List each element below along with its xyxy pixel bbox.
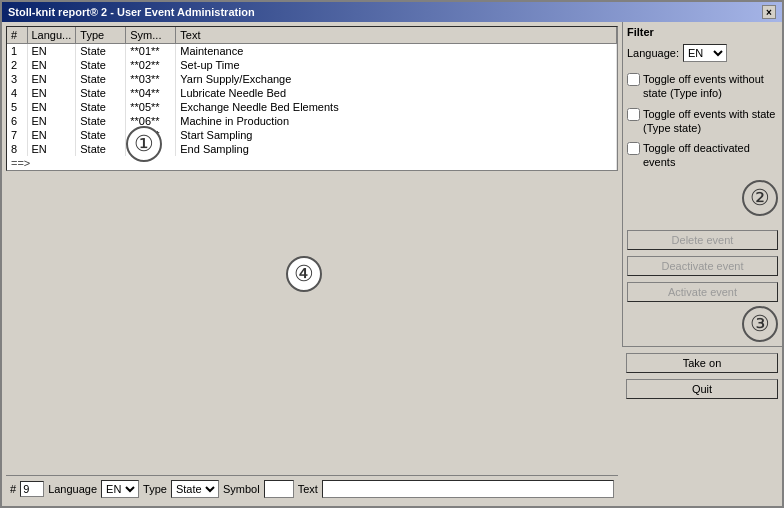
activate-event-button[interactable]: Activate event bbox=[627, 282, 778, 302]
table-cell-type: State bbox=[76, 58, 126, 72]
table-row[interactable]: 1ENState**01**Maintenance bbox=[7, 44, 617, 59]
event-table-container[interactable]: # Langu... Type Sym... Text 1ENState**01… bbox=[6, 26, 618, 171]
table-cell-type: State bbox=[76, 44, 126, 59]
table-cell-lang: EN bbox=[27, 58, 76, 72]
arrow-row: ==> bbox=[7, 156, 617, 170]
table-row[interactable]: 2ENState**02**Set-up Time bbox=[7, 58, 617, 72]
arrow-indicator: ==> bbox=[7, 156, 617, 170]
num-label: # bbox=[10, 483, 16, 495]
table-cell-type: State bbox=[76, 128, 126, 142]
num-input[interactable] bbox=[20, 481, 44, 497]
event-table: # Langu... Type Sym... Text 1ENState**01… bbox=[7, 27, 617, 170]
table-cell-symbol: **02** bbox=[126, 58, 176, 72]
table-cell-num: 3 bbox=[7, 72, 27, 86]
close-button[interactable]: × bbox=[762, 5, 776, 19]
table-cell-text: Machine in Production bbox=[176, 114, 617, 128]
toggle1-row: Toggle off events without state (Type in… bbox=[627, 72, 778, 101]
col-header-type: Type bbox=[76, 27, 126, 44]
table-cell-lang: EN bbox=[27, 86, 76, 100]
circle-2-label: ② bbox=[742, 180, 778, 216]
table-cell-num: 5 bbox=[7, 100, 27, 114]
table-row[interactable]: 5ENState**05**Exchange Needle Bed Elemen… bbox=[7, 100, 617, 114]
col-header-sym: Sym... bbox=[126, 27, 176, 44]
table-cell-symbol: **07** bbox=[126, 128, 176, 142]
table-cell-text: Lubricate Needle Bed bbox=[176, 86, 617, 100]
table-cell-text: Maintenance bbox=[176, 44, 617, 59]
filter-label: Filter bbox=[627, 26, 778, 38]
language-select-bottom[interactable]: ENDEFR bbox=[101, 480, 139, 498]
sidebar-buttons: Delete event Deactivate event Activate e… bbox=[627, 228, 778, 342]
window-title: Stoll-knit report® 2 - User Event Admini… bbox=[8, 6, 255, 18]
table-cell-symbol: **06** bbox=[126, 114, 176, 128]
table-cell-symbol: **04** bbox=[126, 86, 176, 100]
deactivate-event-button[interactable]: Deactivate event bbox=[627, 256, 778, 276]
type-select-bottom[interactable]: StateInfo bbox=[171, 480, 219, 498]
table-cell-type: State bbox=[76, 86, 126, 100]
table-cell-text: Set-up Time bbox=[176, 58, 617, 72]
language-label: Language: bbox=[627, 47, 679, 59]
toggle2-label: Toggle off events with state (Type state… bbox=[643, 107, 778, 136]
table-cell-type: State bbox=[76, 72, 126, 86]
circle-4-label: ④ bbox=[286, 256, 322, 292]
table-cell-num: 6 bbox=[7, 114, 27, 128]
table-cell-lang: EN bbox=[27, 72, 76, 86]
language-select[interactable]: ENDEFR bbox=[683, 44, 727, 62]
text-input[interactable] bbox=[322, 480, 614, 498]
table-row[interactable]: 7ENState**07**Start Sampling bbox=[7, 128, 617, 142]
table-cell-num: 1 bbox=[7, 44, 27, 59]
table-cell-text: Exchange Needle Bed Elements bbox=[176, 100, 617, 114]
table-cell-symbol: **08** bbox=[126, 142, 176, 156]
table-wrapper: # Langu... Type Sym... Text 1ENState**01… bbox=[6, 26, 618, 475]
toggle1-checkbox[interactable] bbox=[627, 73, 640, 86]
col-header-num: # bbox=[7, 27, 27, 44]
table-cell-lang: EN bbox=[27, 44, 76, 59]
toggle1-label: Toggle off events without state (Type in… bbox=[643, 72, 778, 101]
toggle3-checkbox[interactable] bbox=[627, 142, 640, 155]
language-row: Language: ENDEFR bbox=[627, 44, 778, 62]
toggle3-row: Toggle off deactivated events bbox=[627, 141, 778, 170]
col-header-text: Text bbox=[176, 27, 617, 44]
table-cell-num: 4 bbox=[7, 86, 27, 100]
table-cell-lang: EN bbox=[27, 142, 76, 156]
title-bar: Stoll-knit report® 2 - User Event Admini… bbox=[2, 2, 782, 22]
symbol-input[interactable] bbox=[264, 480, 294, 498]
table-cell-lang: EN bbox=[27, 114, 76, 128]
table-cell-symbol: **03** bbox=[126, 72, 176, 86]
sidebar: Filter Language: ENDEFR Toggle off event… bbox=[622, 22, 782, 346]
toggle3-label: Toggle off deactivated events bbox=[643, 141, 778, 170]
bottom-buttons: Take on Quit bbox=[622, 346, 782, 403]
symbol-label: Symbol bbox=[223, 483, 260, 495]
table-row[interactable]: 6ENState**06**Machine in Production bbox=[7, 114, 617, 128]
table-row[interactable]: 3ENState**03**Yarn Supply/Exchange bbox=[7, 72, 617, 86]
table-cell-symbol: **01** bbox=[126, 44, 176, 59]
main-window: Stoll-knit report® 2 - User Event Admini… bbox=[0, 0, 784, 508]
type-label: Type bbox=[143, 483, 167, 495]
table-header-row: # Langu... Type Sym... Text bbox=[7, 27, 617, 44]
toggle2-checkbox[interactable] bbox=[627, 108, 640, 121]
toggle2-row: Toggle off events with state (Type state… bbox=[627, 107, 778, 136]
lang-label: Language bbox=[48, 483, 97, 495]
col-header-lang: Langu... bbox=[27, 27, 76, 44]
table-row[interactable]: 8ENState**08**End Sampling bbox=[7, 142, 617, 156]
table-cell-text: End Sampling bbox=[176, 142, 617, 156]
delete-event-button[interactable]: Delete event bbox=[627, 230, 778, 250]
table-cell-lang: EN bbox=[27, 100, 76, 114]
text-label: Text bbox=[298, 483, 318, 495]
table-body: 1ENState**01**Maintenance2ENState**02**S… bbox=[7, 44, 617, 171]
content-area: # Langu... Type Sym... Text 1ENState**01… bbox=[2, 22, 782, 506]
table-cell-type: State bbox=[76, 114, 126, 128]
table-cell-text: Start Sampling bbox=[176, 128, 617, 142]
table-cell-type: State bbox=[76, 100, 126, 114]
table-row[interactable]: 4ENState**04**Lubricate Needle Bed bbox=[7, 86, 617, 100]
table-cell-num: 2 bbox=[7, 58, 27, 72]
table-cell-symbol: **05** bbox=[126, 100, 176, 114]
main-area: # Langu... Type Sym... Text 1ENState**01… bbox=[2, 22, 622, 506]
table-cell-text: Yarn Supply/Exchange bbox=[176, 72, 617, 86]
table-cell-num: 8 bbox=[7, 142, 27, 156]
take-on-button[interactable]: Take on bbox=[626, 353, 778, 373]
table-cell-lang: EN bbox=[27, 128, 76, 142]
table-cell-type: State bbox=[76, 142, 126, 156]
bottom-bar: # Language ENDEFR Type StateInfo Symbol … bbox=[6, 475, 618, 502]
circle-3-label: ③ bbox=[742, 306, 778, 342]
quit-button[interactable]: Quit bbox=[626, 379, 778, 399]
